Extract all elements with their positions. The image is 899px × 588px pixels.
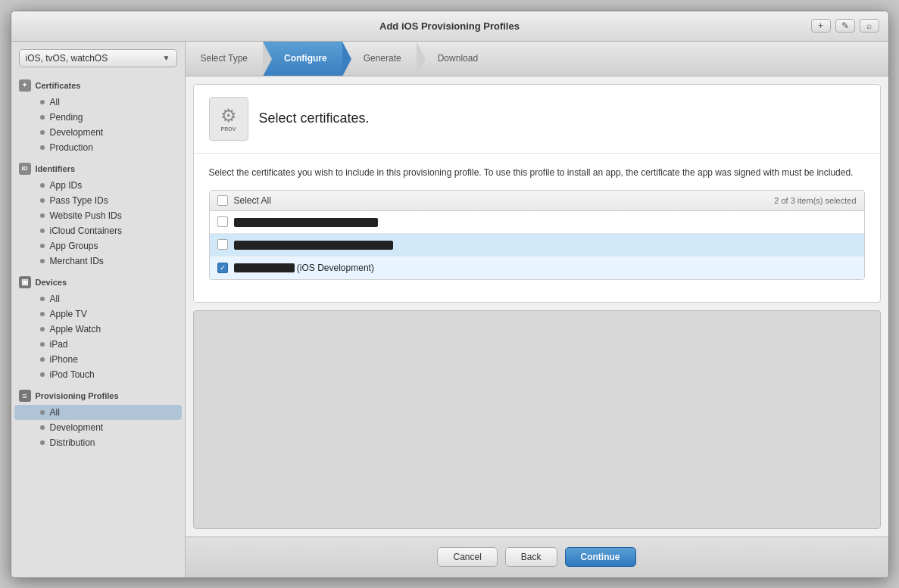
description-text: Select the certificates you wish to incl… <box>209 166 865 179</box>
sidebar-item-pending-certs[interactable]: Pending <box>14 110 182 125</box>
cert-row: (iOS Development) <box>210 257 864 279</box>
ipod-touch-label: iPod Touch <box>50 369 95 380</box>
provisioning-profiles-label: Provisioning Profiles <box>36 391 119 400</box>
cert-row <box>210 234 864 257</box>
content-header: ⚙ PROV Select certificates. <box>194 85 880 154</box>
cert-name-2 <box>234 239 857 250</box>
devices-icon: ▣ <box>19 276 31 288</box>
window-body: iOS, tvOS, watchOS ▼ ✦ Certificates All … <box>11 42 888 577</box>
redacted-text <box>234 241 393 250</box>
sidebar-item-ipad[interactable]: iPad <box>14 337 182 352</box>
step-select-type[interactable]: Select Type <box>186 42 263 76</box>
content-body: Select the certificates you wish to incl… <box>194 154 880 302</box>
provisioning-profile-icon: ⚙ PROV <box>209 97 248 141</box>
bullet-icon <box>40 115 45 120</box>
sidebar-item-all-certs[interactable]: All <box>14 95 182 110</box>
step-arrow <box>342 42 351 76</box>
all-devices-label: All <box>50 294 60 304</box>
cert-name-1 <box>234 216 857 227</box>
website-push-ids-label: Website Push IDs <box>50 210 122 221</box>
window-title: Add iOS Provisioning Profiles <box>379 20 520 32</box>
step-label: Configure <box>284 53 327 64</box>
step-download[interactable]: Download <box>417 42 493 76</box>
platform-dropdown-label: iOS, tvOS, watchOS <box>26 53 108 64</box>
merchant-ids-label: Merchant IDs <box>50 256 104 266</box>
step-generate[interactable]: Generate <box>342 42 417 76</box>
devices-section: ▣ Devices All Apple TV Apple Watch <box>11 273 185 382</box>
sidebar-item-development-certs[interactable]: Development <box>14 125 182 140</box>
sidebar-item-ipod-touch[interactable]: iPod Touch <box>14 367 182 382</box>
sidebar-item-apple-watch[interactable]: Apple Watch <box>14 322 182 337</box>
step-label: Select Type <box>201 53 248 64</box>
cert-row <box>210 211 864 234</box>
bullet-icon <box>40 259 45 263</box>
bullet-icon <box>40 327 45 331</box>
devices-label: Devices <box>36 278 67 287</box>
step-arrow <box>417 42 426 76</box>
select-all-checkbox[interactable] <box>217 195 228 206</box>
devices-section-header: ▣ Devices <box>11 273 185 291</box>
sidebar-item-icloud-containers[interactable]: iCloud Containers <box>14 223 182 238</box>
bullet-icon <box>40 130 45 135</box>
cert-checkbox-2[interactable] <box>217 239 228 250</box>
step-label: Generate <box>364 53 401 64</box>
apple-watch-label: Apple Watch <box>50 324 101 334</box>
production-certs-label: Production <box>50 142 93 153</box>
apple-tv-label: Apple TV <box>50 309 87 319</box>
sidebar-item-all-devices[interactable]: All <box>14 291 182 306</box>
identifiers-section: ID Identifiers App IDs Pass Type IDs Web… <box>11 160 185 269</box>
edit-button[interactable]: ✎ <box>835 19 855 33</box>
cert-checkbox-3[interactable] <box>217 263 228 273</box>
sidebar-item-app-ids[interactable]: App IDs <box>14 178 182 193</box>
sidebar-item-app-groups[interactable]: App Groups <box>14 238 182 254</box>
all-certs-label: All <box>50 97 60 107</box>
certificates-section-header: ✦ Certificates <box>11 76 185 95</box>
bullet-icon <box>40 198 45 203</box>
pass-type-ids-label: Pass Type IDs <box>50 195 108 206</box>
continue-button[interactable]: Continue <box>565 547 636 567</box>
back-button[interactable]: Back <box>505 547 557 567</box>
sidebar-item-merchant-ids[interactable]: Merchant IDs <box>14 254 182 269</box>
app-ids-label: App IDs <box>50 180 83 191</box>
cert-name-3: (iOS Development) <box>234 263 857 273</box>
sidebar-item-pass-type-ids[interactable]: Pass Type IDs <box>14 193 182 208</box>
content-area: ⚙ PROV Select certificates. Select the c… <box>193 84 881 303</box>
certificates-icon: ✦ <box>19 79 31 92</box>
cert-checkbox-1[interactable] <box>217 216 228 227</box>
iphone-label: iPhone <box>50 354 78 365</box>
add-button[interactable]: + <box>811 19 831 33</box>
certificate-table: Select All 2 of 3 item(s) selected <box>209 190 865 280</box>
main-window: Add iOS Provisioning Profiles + ✎ ⌕ iOS,… <box>11 11 889 578</box>
development-profiles-label: Development <box>50 422 104 433</box>
sidebar-item-distribution-profiles[interactable]: Distribution <box>14 435 182 450</box>
app-groups-label: App Groups <box>50 241 98 251</box>
provisioning-profiles-section: ≡ Provisioning Profiles All Development … <box>11 387 185 450</box>
step-label: Download <box>438 53 478 64</box>
titlebar-actions: + ✎ ⌕ <box>811 19 879 33</box>
gray-area <box>193 310 881 529</box>
ipad-label: iPad <box>50 339 68 350</box>
cancel-button[interactable]: Cancel <box>437 547 497 567</box>
bullet-icon <box>40 425 45 430</box>
sidebar-item-apple-tv[interactable]: Apple TV <box>14 306 182 322</box>
bullet-icon <box>40 372 45 377</box>
bullet-icon <box>40 100 45 104</box>
step-configure[interactable]: Configure <box>263 42 342 76</box>
sidebar-item-all-profiles[interactable]: All <box>14 405 182 420</box>
platform-dropdown[interactable]: iOS, tvOS, watchOS ▼ <box>19 49 177 67</box>
sidebar-item-production-certs[interactable]: Production <box>14 140 182 155</box>
bullet-icon <box>40 213 45 218</box>
sidebar: iOS, tvOS, watchOS ▼ ✦ Certificates All … <box>11 42 186 577</box>
development-certs-label: Development <box>50 127 104 138</box>
certificates-section: ✦ Certificates All Pending Development <box>11 76 185 155</box>
bullet-icon <box>40 297 45 301</box>
bullet-icon <box>40 440 45 445</box>
step-arrow <box>263 42 272 76</box>
sidebar-item-website-push-ids[interactable]: Website Push IDs <box>14 208 182 223</box>
bullet-icon <box>40 229 45 233</box>
identifiers-section-header: ID Identifiers <box>11 160 185 178</box>
sidebar-item-development-profiles[interactable]: Development <box>14 420 182 435</box>
search-button[interactable]: ⌕ <box>860 19 879 33</box>
identifiers-label: Identifiers <box>36 164 76 173</box>
sidebar-item-iphone[interactable]: iPhone <box>14 352 182 367</box>
